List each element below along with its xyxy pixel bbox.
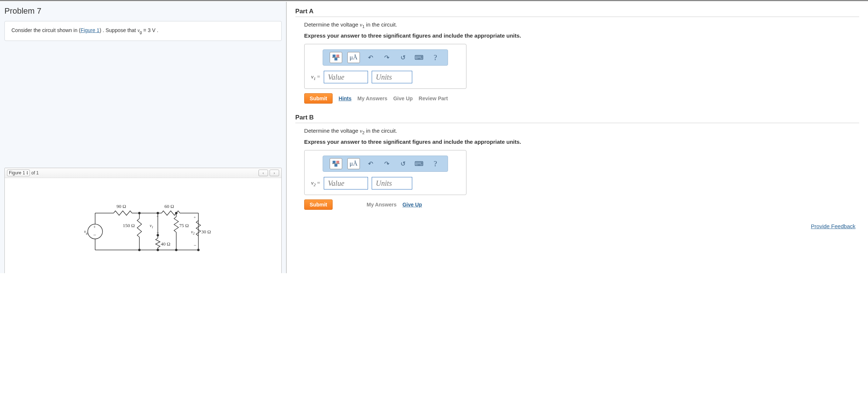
reset-icon: ↺ <box>400 54 406 62</box>
help-button[interactable]: ? <box>430 159 441 169</box>
stepper-down-icon: ▾ <box>27 173 28 175</box>
fraction-icon <box>332 160 340 167</box>
figure-stepper[interactable]: ▴ ▾ <box>27 171 28 175</box>
part-b-submit-button[interactable]: Submit <box>304 199 333 210</box>
svg-text:+: + <box>194 215 196 219</box>
templates-button[interactable] <box>330 52 342 63</box>
r90-label: 90 Ω <box>117 204 126 209</box>
svg-point-13 <box>197 249 199 251</box>
redo-button[interactable]: ↷ <box>381 159 392 169</box>
undo-button[interactable]: ↶ <box>365 159 376 169</box>
figure-next-button[interactable]: › <box>270 170 279 176</box>
part-a-var-label: v1 = <box>311 74 320 81</box>
help-button[interactable]: ? <box>430 52 441 63</box>
redo-icon: ↷ <box>384 54 389 62</box>
figure-prev-button[interactable]: ‹ <box>258 170 268 176</box>
part-a-input-row: v1 = <box>310 71 461 83</box>
part-a-question: Determine the voltage v1 in the circuit. <box>304 21 859 29</box>
part-b-question: Determine the voltage v2 in the circuit. <box>304 128 859 135</box>
units-symbol-button[interactable]: μÅ <box>347 158 360 169</box>
r40-label: 40 Ω <box>161 241 170 247</box>
v1-label: v1 <box>150 223 153 229</box>
figure-body: 90 Ω 60 Ω 150 Ω 75 Ω 40 Ω 30 Ω vg + − v1… <box>5 178 281 273</box>
redo-button[interactable]: ↷ <box>381 52 392 63</box>
figure-selector[interactable]: Figure 1 ▴ ▾ <box>7 170 30 176</box>
undo-icon: ↶ <box>368 54 373 62</box>
templates-button[interactable] <box>330 158 342 169</box>
provide-feedback-link[interactable]: Provide Feedback <box>811 223 855 229</box>
part-b-answer-box: μÅ ↶ ↷ ↺ ⌨ ? v2 = <box>304 150 466 195</box>
figure-header: Figure 1 ▴ ▾ of 1 ‹ › <box>5 168 281 178</box>
reset-button[interactable]: ↺ <box>397 159 409 169</box>
vg-label: vg <box>84 229 88 235</box>
part-b-myanswers-link[interactable]: My Answers <box>367 202 396 208</box>
keyboard-button[interactable]: ⌨ <box>414 52 425 63</box>
reset-button[interactable]: ↺ <box>397 52 409 63</box>
part-b-instruction: Express your answer to three significant… <box>304 139 859 145</box>
part-a-myanswers-link[interactable]: My Answers <box>357 95 387 101</box>
r150-label: 150 Ω <box>123 223 135 228</box>
help-icon: ? <box>434 160 437 168</box>
figure-selector-label: Figure 1 <box>9 170 25 175</box>
part-a-value-input[interactable] <box>324 71 368 83</box>
part-b-var-label: v2 = <box>311 180 320 187</box>
svg-point-23 <box>175 212 177 214</box>
svg-text:−: − <box>194 243 196 248</box>
prompt-text-2: ) . Suppose that <box>100 27 138 33</box>
undo-button[interactable]: ↶ <box>365 52 376 63</box>
v2-label: v2 <box>191 229 195 235</box>
part-a-review-link[interactable]: Review Part <box>419 95 448 101</box>
left-panel: Problem 7 Consider the circuit shown in … <box>0 2 287 273</box>
svg-rect-39 <box>333 161 336 163</box>
part-a-instruction: Express your answer to three significant… <box>304 32 859 39</box>
part-a-actions: Submit Hints My Answers Give Up Review P… <box>304 93 859 104</box>
fraction-icon <box>332 54 340 61</box>
figure-link[interactable]: Figure 1 <box>81 27 100 33</box>
svg-rect-35 <box>333 55 336 57</box>
part-a-units-input[interactable] <box>372 71 412 83</box>
chevron-right-icon: › <box>274 171 275 175</box>
r60-label: 60 Ω <box>164 204 174 209</box>
svg-rect-40 <box>336 161 339 163</box>
part-b-toolbar: μÅ ↶ ↷ ↺ ⌨ ? <box>323 156 448 172</box>
keyboard-button[interactable]: ⌨ <box>414 159 425 169</box>
part-b-section: Part B Determine the voltage v2 in the c… <box>295 114 859 210</box>
prompt-text-1: Consider the circuit shown in ( <box>11 27 81 33</box>
right-panel: Part A Determine the voltage v1 in the c… <box>287 2 868 273</box>
r30-label: 30 Ω <box>201 229 211 234</box>
figure-of-text: of 1 <box>31 170 39 175</box>
part-a-title: Part A <box>295 8 859 17</box>
part-a-giveup-link[interactable]: Give Up <box>393 95 413 101</box>
units-symbol-label: μÅ <box>350 54 357 61</box>
part-b-title: Part B <box>295 114 859 123</box>
reset-icon: ↺ <box>400 160 406 168</box>
part-b-giveup-link[interactable]: Give Up <box>402 202 422 208</box>
svg-text:+: + <box>93 225 96 230</box>
part-a-submit-button[interactable]: Submit <box>304 93 333 104</box>
part-b-units-input[interactable] <box>372 177 412 189</box>
part-b-actions: Submit My Answers Give Up <box>304 199 859 210</box>
svg-point-24 <box>175 249 177 251</box>
svg-text:−: − <box>156 230 159 236</box>
circuit-diagram: 90 Ω 60 Ω 150 Ω 75 Ω 40 Ω 30 Ω vg + − v1… <box>73 198 213 261</box>
undo-icon: ↶ <box>368 160 373 168</box>
help-icon: ? <box>434 53 437 62</box>
part-a-section: Part A Determine the voltage v1 in the c… <box>295 8 859 104</box>
r75-label: 75 Ω <box>179 223 189 228</box>
units-symbol-label: μÅ <box>350 160 357 167</box>
svg-text:−: − <box>93 232 96 238</box>
keyboard-icon: ⌨ <box>414 160 424 168</box>
figure-panel: Figure 1 ▴ ▾ of 1 ‹ › <box>4 168 282 273</box>
redo-icon: ↷ <box>384 160 389 168</box>
svg-rect-37 <box>334 58 337 60</box>
chevron-left-icon: ‹ <box>263 171 264 175</box>
problem-title: Problem 7 <box>4 6 282 16</box>
part-a-toolbar: μÅ ↶ ↷ ↺ ⌨ ? <box>323 49 448 66</box>
units-symbol-button[interactable]: μÅ <box>347 52 360 63</box>
svg-text:+: + <box>156 214 159 218</box>
prompt-text-3: = 3 V . <box>142 27 159 33</box>
svg-rect-36 <box>336 55 339 57</box>
part-a-hints-link[interactable]: Hints <box>338 95 351 101</box>
part-b-value-input[interactable] <box>324 177 368 189</box>
part-b-input-row: v2 = <box>310 177 461 189</box>
